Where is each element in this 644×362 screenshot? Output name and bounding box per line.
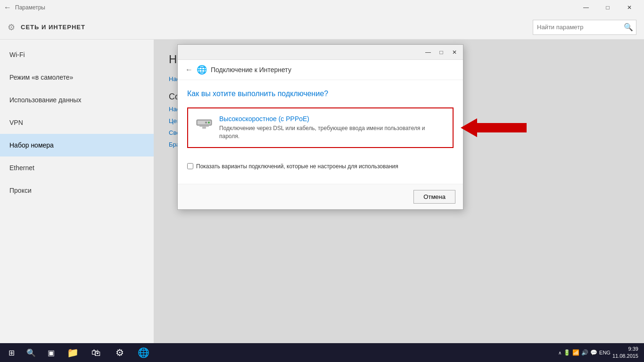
dialog-titlebar: — □ ✕: [178, 45, 463, 60]
sidebar-item-vpn[interactable]: VPN: [0, 111, 154, 134]
checkbox-text: Показать варианты подключений, которые н…: [196, 163, 398, 170]
taskbar-settings-button[interactable]: ⚙: [108, 343, 131, 362]
settings-icon: ⚙: [116, 347, 124, 358]
search-icon: 🔍: [620, 21, 637, 33]
title-bar-controls: — □ ✕: [575, 0, 640, 15]
pppoe-option[interactable]: Высокоскоростное (с PPPoE) Подключение ч…: [187, 107, 454, 148]
sidebar: Wi-Fi Режим «в самолете» Использование д…: [0, 40, 154, 343]
taskbar-message-icon: 💬: [590, 349, 597, 356]
show-options-label[interactable]: Показать варианты подключений, которые н…: [187, 163, 454, 170]
sidebar-item-dialup[interactable]: Набор номера: [0, 134, 154, 156]
taskbar-clock: 9:39 11.08.2015: [612, 346, 638, 360]
taskbar-battery-icon: 🔋: [563, 349, 570, 356]
explorer-icon: 📁: [67, 347, 79, 358]
task-view-icon: ▣: [48, 348, 55, 357]
show-options-checkbox[interactable]: [187, 163, 193, 169]
connection-dialog: — □ ✕ ← 🌐 Подключение к Интернету Как вы…: [177, 44, 463, 210]
svg-rect-4: [199, 125, 209, 127]
dialog-close-button[interactable]: ✕: [448, 46, 461, 59]
search-input[interactable]: [533, 22, 620, 33]
sidebar-label-data: Использование данных: [9, 96, 81, 104]
dialog-title: Подключение к Интернету: [211, 66, 291, 74]
sidebar-item-wifi[interactable]: Wi-Fi: [0, 43, 154, 66]
taskbar-left: ⊞ 🔍 ▣ 📁 🛍 ⚙ 🌐: [2, 343, 155, 362]
option-container: Высокоскоростное (с PPPoE) Подключение ч…: [187, 107, 454, 148]
checkbox-area: Показать варианты подключений, которые н…: [187, 156, 454, 174]
svg-point-3: [205, 122, 207, 123]
dialog-header: ← 🌐 Подключение к Интернету: [178, 60, 463, 80]
taskbar-expand-icon[interactable]: ∧: [558, 350, 561, 355]
connection-icon: [196, 116, 213, 132]
dialog-body: Как вы хотите выполнить подключение?: [178, 80, 463, 184]
sidebar-label-proxy: Прокси: [9, 187, 32, 194]
dialog-footer: Отмена: [178, 184, 463, 209]
svg-point-2: [208, 122, 210, 123]
title-bar-left: ← Параметры: [4, 3, 45, 12]
taskbar-date: 11.08.2015: [612, 353, 638, 360]
taskbar-right: ∧ 🔋 📶 🔊 💬 ENG 9:39 11.08.2015: [558, 346, 642, 360]
red-arrow: [461, 118, 527, 137]
taskbar-network-icon: 📶: [572, 349, 579, 356]
sidebar-item-airplane[interactable]: Режим «в самолете»: [0, 66, 154, 89]
connection-title: Высокоскоростное (с PPPoE): [219, 115, 445, 123]
taskbar: ⊞ 🔍 ▣ 📁 🛍 ⚙ 🌐 ∧ 🔋 📶 🔊 💬 ENG 9:39 11.08.2…: [0, 343, 644, 362]
dialog-back-button[interactable]: ←: [185, 66, 193, 74]
settings-gear-icon: ⚙: [8, 22, 15, 33]
sidebar-label-ethernet: Ethernet: [9, 164, 34, 172]
sidebar-item-proxy[interactable]: Прокси: [0, 179, 154, 202]
connection-text: Высокоскоростное (с PPPoE) Подключение ч…: [219, 115, 445, 140]
sidebar-label-vpn: VPN: [9, 119, 23, 126]
minimize-button[interactable]: —: [575, 0, 597, 15]
maximize-button[interactable]: □: [597, 0, 619, 15]
cancel-button[interactable]: Отмена: [413, 190, 455, 204]
start-icon: ⊞: [8, 348, 15, 357]
app-body: ⚙ СЕТЬ И ИНТЕРНЕТ 🔍 Wi-Fi Режим «в самол…: [0, 15, 644, 343]
taskbar-search-icon: 🔍: [26, 348, 36, 357]
dialog-minimize-button[interactable]: —: [421, 46, 435, 59]
dialog-question: Как вы хотите выполнить подключение?: [187, 90, 454, 98]
connection-description: Подключение через DSL или кабель, требую…: [219, 124, 445, 140]
app-title: СЕТЬ И ИНТЕРНЕТ: [21, 24, 85, 31]
start-button[interactable]: ⊞: [2, 343, 21, 362]
dialog-overlay: — □ ✕ ← 🌐 Подключение к Интернету Как вы…: [154, 40, 644, 343]
taskbar-browser-button[interactable]: 🌐: [132, 343, 155, 362]
taskbar-lang: ENG: [599, 350, 611, 355]
content-area: Набор номера Настройка нового подключени…: [154, 40, 644, 343]
sidebar-label-airplane: Режим «в самолете»: [9, 74, 73, 81]
sidebar-item-ethernet[interactable]: Ethernet: [0, 156, 154, 179]
window-title: Параметры: [15, 4, 45, 11]
store-icon: 🛍: [91, 347, 101, 358]
sidebar-label-wifi: Wi-Fi: [9, 51, 25, 58]
title-bar: ← Параметры — □ ✕: [0, 0, 644, 15]
main-layout: Wi-Fi Режим «в самолете» Использование д…: [0, 40, 644, 343]
svg-rect-5: [202, 127, 206, 129]
search-box[interactable]: 🔍: [533, 20, 636, 35]
app-header: ⚙ СЕТЬ И ИНТЕРНЕТ 🔍: [0, 15, 644, 40]
globe-icon: 🌐: [197, 65, 207, 75]
sidebar-label-dialup: Набор номера: [9, 141, 54, 149]
taskbar-time: 9:39: [612, 346, 638, 353]
taskbar-store-button[interactable]: 🛍: [85, 343, 107, 362]
browser-icon: 🌐: [138, 347, 149, 358]
taskbar-search-button[interactable]: 🔍: [22, 343, 41, 362]
dialog-maximize-button[interactable]: □: [435, 46, 448, 59]
sidebar-item-data[interactable]: Использование данных: [0, 89, 154, 111]
close-button[interactable]: ✕: [619, 0, 640, 15]
back-arrow-icon[interactable]: ←: [4, 3, 11, 12]
taskbar-volume-icon: 🔊: [581, 349, 588, 356]
taskbar-explorer-button[interactable]: 📁: [61, 343, 84, 362]
task-view-button[interactable]: ▣: [41, 343, 60, 362]
